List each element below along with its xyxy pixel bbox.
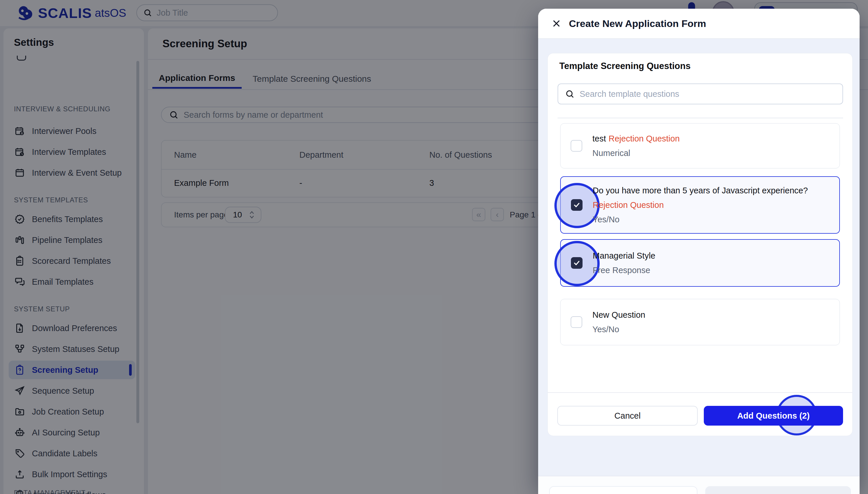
- add-questions-label: Add Questions (2): [737, 411, 810, 421]
- question-title-row: Managerial Style: [593, 250, 655, 261]
- card-footer-divider: [548, 392, 852, 393]
- question-checkbox-checked[interactable]: [571, 257, 583, 269]
- add-questions-button[interactable]: Add Questions (2): [704, 406, 843, 425]
- question-title: New Question: [592, 310, 645, 320]
- checkbox-column: [561, 257, 593, 269]
- question-card-managerial-style[interactable]: Managerial Style Free Response: [560, 239, 840, 287]
- modal-body: Template Screening Questions testRejecti…: [538, 39, 860, 488]
- footer-cancel-label: Cancel: [610, 493, 636, 494]
- question-title: Do you have more than 5 years of Javascr…: [593, 186, 808, 195]
- question-type: Yes/No: [593, 214, 808, 225]
- question-card-new-question[interactable]: New Question Yes/No: [560, 299, 840, 345]
- question-text: testRejection Question Numerical: [592, 133, 688, 158]
- card-divider: [558, 118, 843, 118]
- question-text: New Question Yes/No: [592, 310, 654, 335]
- modal-footer: Cancel Save: [538, 476, 860, 494]
- modal-header: Create New Application Form: [538, 9, 860, 39]
- checkbox-column: [560, 316, 592, 328]
- question-title: Managerial Style: [593, 251, 655, 260]
- create-application-form-modal: Create New Application Form Template Scr…: [538, 9, 860, 488]
- rejection-tag-line: Rejection Question: [593, 200, 808, 210]
- footer-save-button-disabled[interactable]: Save: [705, 486, 851, 494]
- question-title-row: Do you have more than 5 years of Javascr…: [593, 185, 808, 196]
- question-type: Numerical: [592, 148, 680, 158]
- template-questions-search-input[interactable]: [579, 89, 835, 99]
- question-type: Yes/No: [592, 324, 645, 335]
- template-questions-card: Template Screening Questions testRejecti…: [548, 53, 853, 436]
- cancel-label: Cancel: [614, 411, 641, 421]
- question-card-javascript-experience[interactable]: Do you have more than 5 years of Javascr…: [560, 176, 840, 234]
- question-card-test[interactable]: testRejection Question Numerical: [560, 123, 840, 168]
- question-text: Do you have more than 5 years of Javascr…: [593, 185, 817, 225]
- question-checkbox[interactable]: [571, 316, 582, 328]
- question-checkbox[interactable]: [571, 140, 582, 152]
- question-checkbox-checked[interactable]: [571, 199, 583, 211]
- checkbox-column: [560, 140, 592, 152]
- cancel-button[interactable]: Cancel: [557, 406, 698, 425]
- search-icon: [565, 89, 574, 99]
- question-title-row: New Question: [592, 310, 645, 320]
- footer-cancel-button-disabled[interactable]: Cancel: [549, 486, 697, 494]
- modal-title: Create New Application Form: [569, 18, 706, 29]
- question-title: test: [592, 134, 606, 143]
- footer-save-label: Save: [769, 493, 788, 494]
- template-questions-search[interactable]: [558, 83, 843, 104]
- close-icon[interactable]: [552, 19, 561, 28]
- card-title: Template Screening Questions: [559, 61, 690, 71]
- rejection-tag: Rejection Question: [609, 134, 680, 143]
- question-title-row: testRejection Question: [592, 133, 680, 144]
- checkbox-column: [561, 199, 593, 211]
- question-text: Managerial Style Free Response: [593, 250, 664, 276]
- question-type: Free Response: [593, 265, 655, 276]
